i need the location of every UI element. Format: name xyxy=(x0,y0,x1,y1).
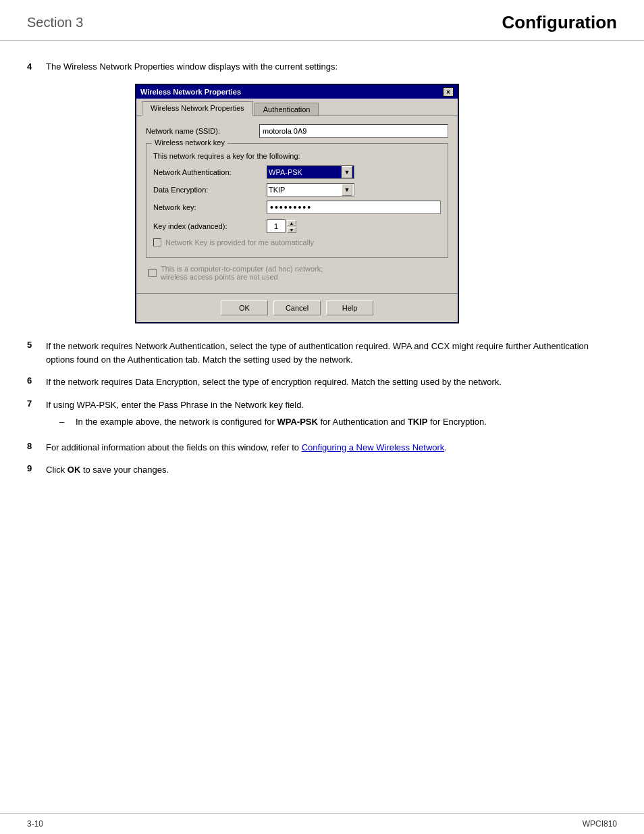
network-key-input[interactable] xyxy=(267,201,441,214)
network-auth-label: Network Authentication: xyxy=(153,168,261,176)
spinner-up-button[interactable]: ▲ xyxy=(287,220,296,226)
groupbox-content: This network requires a key for the foll… xyxy=(153,152,441,246)
tab-authentication[interactable]: Authentication xyxy=(254,103,319,115)
dialog-title: Wireless Network Properties xyxy=(140,88,241,96)
step4-number: 4 xyxy=(27,61,38,72)
dialog-wrapper: Wireless Network Properties × Wireless N… xyxy=(135,84,617,323)
step6-text: If the network requires Data Encryption,… xyxy=(46,375,617,389)
dialog-close-button[interactable]: × xyxy=(443,87,454,97)
data-encryption-row: Data Encryption: TKIP ▼ xyxy=(153,183,441,197)
spinner-down-button[interactable]: ▼ xyxy=(287,227,296,233)
tab-wireless-network-properties[interactable]: Wireless Network Properties xyxy=(142,101,253,116)
wireless-key-groupbox: Wireless network key This network requir… xyxy=(146,143,448,258)
step5-text: If the network requires Network Authenti… xyxy=(46,340,617,366)
adhoc-label: This is a computer-to-computer (ad hoc) … xyxy=(161,265,323,281)
step7-sub-item: – In the example above, the network is c… xyxy=(59,415,617,429)
footer-left: 3-10 xyxy=(27,819,43,829)
data-encryption-label: Data Encryption: xyxy=(153,186,261,194)
step7-text: If using WPA-PSK, enter the Pass Phrase … xyxy=(46,400,304,410)
config-label: Configuration xyxy=(502,12,617,33)
dialog-titlebar: Wireless Network Properties × xyxy=(136,85,458,99)
steps-list: 5 If the network requires Network Authen… xyxy=(27,340,617,477)
configuring-link[interactable]: Configuring a New Wireless Network xyxy=(302,442,445,452)
dialog-tabs: Wireless Network Properties Authenticati… xyxy=(136,99,458,116)
step9: 9 Click OK to save your changes. xyxy=(27,463,617,477)
step9-number: 9 xyxy=(27,463,38,473)
step4-intro: 4 The Wireless Network Properties window… xyxy=(27,61,617,72)
step8-content: For additional information about the fie… xyxy=(46,441,617,454)
step7-dash: – xyxy=(59,415,70,429)
groupbox-legend: Wireless network key xyxy=(152,138,227,147)
auto-key-checkbox[interactable] xyxy=(153,238,161,246)
ok-button[interactable]: OK xyxy=(221,301,268,315)
groupbox-desc: This network requires a key for the foll… xyxy=(153,152,441,160)
step8-number: 8 xyxy=(27,441,38,451)
network-key-row: Network key: xyxy=(153,201,441,214)
network-name-input[interactable] xyxy=(259,124,448,138)
section-label: Section 3 xyxy=(27,15,83,30)
adhoc-section: This is a computer-to-computer (ad hoc) … xyxy=(146,265,448,281)
network-name-row: Network name (SSID): xyxy=(146,124,448,138)
footer-right: WPCI810 xyxy=(583,819,617,829)
network-auth-row: Network Authentication: WPA-PSK ▼ xyxy=(153,165,441,179)
page-footer: 3-10 WPCI810 xyxy=(0,813,644,834)
network-name-label: Network name (SSID): xyxy=(146,127,254,135)
data-encryption-value: TKIP xyxy=(269,186,342,194)
step8: 8 For additional information about the f… xyxy=(27,441,617,454)
data-encryption-select[interactable]: TKIP ▼ xyxy=(267,183,354,197)
step5: 5 If the network requires Network Authen… xyxy=(27,340,617,366)
key-index-row: Key index (advanced): ▲ ▼ xyxy=(153,219,441,233)
key-index-label: Key index (advanced): xyxy=(153,222,261,230)
step9-content: Click OK to save your changes. xyxy=(46,463,617,477)
step7: 7 If using WPA-PSK, enter the Pass Phras… xyxy=(27,398,617,432)
spinner-buttons: ▲ ▼ xyxy=(287,220,296,233)
auto-key-row: Network Key is provided for me automatic… xyxy=(153,238,441,246)
adhoc-checkbox-row: This is a computer-to-computer (ad hoc) … xyxy=(149,265,446,281)
dialog-footer: OK Cancel Help xyxy=(136,293,458,322)
step7-sub-text: In the example above, the network is con… xyxy=(76,415,487,429)
network-auth-select[interactable]: WPA-PSK ▼ xyxy=(267,165,354,179)
key-index-spinner: ▲ ▼ xyxy=(267,219,296,233)
cancel-button[interactable]: Cancel xyxy=(273,301,321,315)
step6: 6 If the network requires Data Encryptio… xyxy=(27,375,617,389)
data-encryption-dropdown-arrow[interactable]: ▼ xyxy=(342,184,352,196)
network-auth-value: WPA-PSK xyxy=(269,168,342,176)
dialog-body: Network name (SSID): Wireless network ke… xyxy=(136,116,458,293)
step7-content: If using WPA-PSK, enter the Pass Phrase … xyxy=(46,398,617,432)
page-header: Section 3 Configuration xyxy=(0,0,644,41)
key-index-value[interactable] xyxy=(267,219,286,233)
step7-sub-list: – In the example above, the network is c… xyxy=(46,415,617,429)
network-key-label: Network key: xyxy=(153,203,261,211)
step6-number: 6 xyxy=(27,375,38,386)
step4-text: The Wireless Network Properties window d… xyxy=(46,61,338,72)
auto-key-label: Network Key is provided for me automatic… xyxy=(165,238,314,246)
help-button[interactable]: Help xyxy=(326,301,373,315)
wireless-network-properties-dialog: Wireless Network Properties × Wireless N… xyxy=(135,84,459,323)
adhoc-checkbox[interactable] xyxy=(149,269,157,277)
network-auth-dropdown-arrow[interactable]: ▼ xyxy=(342,166,352,178)
main-content: 4 The Wireless Network Properties window… xyxy=(0,55,644,513)
step5-number: 5 xyxy=(27,340,38,350)
step7-number: 7 xyxy=(27,398,38,409)
